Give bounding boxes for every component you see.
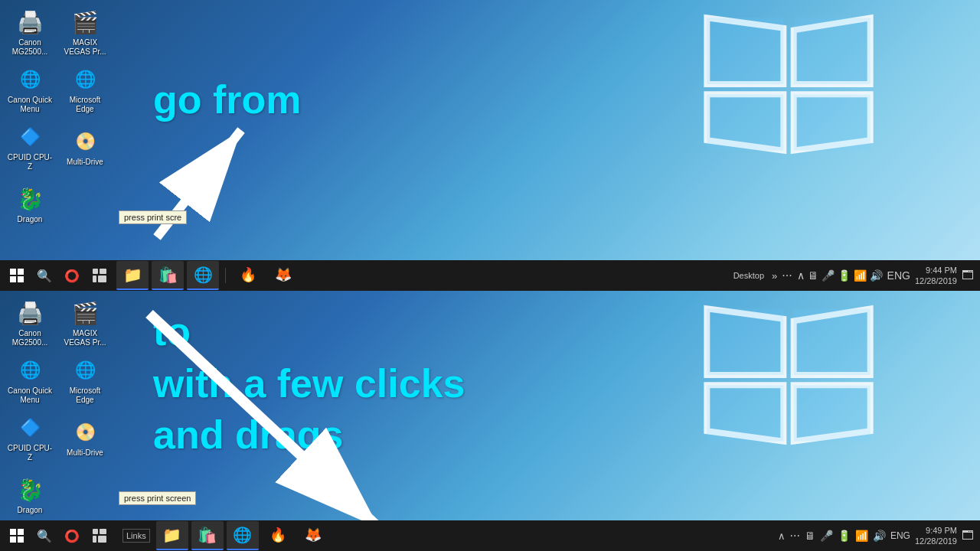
mic-icon-mid[interactable]: 🎤 (822, 269, 835, 282)
icon-magix-bottom[interactable]: 🎬 MAGIX VEGAS Pr... (59, 295, 111, 352)
wifi-icon-mid[interactable]: 📶 (854, 269, 867, 282)
svg-rect-5 (794, 18, 871, 84)
icon-cpuid-top[interactable]: 🔷 CPUID CPU-Z (4, 119, 56, 176)
icon-dragon-bottom[interactable]: 🐉 Dragon (4, 467, 56, 524)
icon-nox-top[interactable]: 📀 Multi-Drive (59, 119, 111, 176)
chevron-up-mid[interactable]: ∧ (797, 269, 805, 282)
sys-icons-mid: ∧ 🖥 🎤 🔋 📶 🔊 (797, 269, 883, 282)
svg-rect-10 (10, 269, 16, 275)
windows-logo-top (681, 8, 896, 161)
volume-icon-mid[interactable]: 🔊 (870, 269, 883, 282)
windows-logo-bottom (681, 298, 896, 452)
tooltip-print-screen-top: press print scre (119, 210, 187, 224)
taskbar-bottom: 🔍 ⭕ Links 📁 (0, 520, 980, 551)
svg-rect-28 (10, 529, 16, 535)
icon-canon-quick-bottom[interactable]: 🌐 Canon Quick Menu (4, 352, 56, 409)
svg-rect-4 (707, 18, 783, 84)
cortana-button-mid[interactable]: ⭕ (61, 265, 83, 286)
battery-icon-mid[interactable]: 🔋 (838, 269, 851, 282)
svg-rect-15 (100, 269, 106, 274)
taskbar-app-flame-mid[interactable]: 🦊 (267, 261, 299, 290)
network-icon-bottom[interactable]: 🖥 (805, 530, 815, 542)
network-icon-mid[interactable]: 🖥 (808, 269, 818, 282)
taskbar-app-flame-bottom[interactable]: 🦊 (297, 521, 329, 550)
icon-canon-quick-top[interactable]: 🌐 Canon Quick Menu (4, 61, 56, 119)
taskbar-middle-left: 🔍 ⭕ (6, 265, 110, 286)
svg-rect-7 (794, 94, 871, 150)
action-center-mid[interactable]: 🗔 (962, 269, 974, 282)
icon-canon-mg-top[interactable]: 🖨️ Canon MG2500... (4, 4, 56, 61)
icon-dragon-top[interactable]: 🐉 Dragon (4, 176, 56, 233)
divider-mid (225, 268, 226, 283)
tooltip-print-screen-bottom: press print screen (119, 491, 196, 505)
arrow-top (119, 107, 272, 260)
lang-bottom: ENG (890, 530, 910, 541)
mic-icon-bottom[interactable]: 🎤 (820, 530, 833, 542)
wifi-icon-bottom[interactable]: 📶 (855, 530, 868, 542)
svg-rect-31 (18, 536, 24, 543)
svg-rect-23 (794, 308, 871, 375)
icon-canon-mg-bottom[interactable]: 🖨️ Canon MG2500... (4, 295, 56, 352)
taskbar-middle-apps: 📁 🛍️ 🌐 🔥 🦊 (116, 261, 299, 290)
more-icon-bottom[interactable]: ··· (790, 529, 800, 543)
search-button-mid[interactable]: 🔍 (34, 265, 55, 286)
icon-nox-bottom[interactable]: 📀 Multi-Drive (59, 409, 111, 467)
chevron-up-bottom[interactable]: ∧ (778, 530, 786, 542)
search-button-bottom[interactable]: 🔍 (34, 525, 55, 546)
svg-rect-17 (98, 276, 106, 282)
svg-rect-24 (707, 385, 783, 441)
taskbar-app-store-mid[interactable]: 🛍️ (152, 261, 184, 290)
taskbar-app-edge-bottom[interactable]: 🌐 (227, 521, 259, 550)
cortana-button-bottom[interactable]: ⭕ (61, 525, 83, 546)
taskbar-app-folder-bottom[interactable]: 📁 (156, 521, 188, 550)
svg-rect-13 (18, 276, 24, 282)
desktop-icons-bottom: 🖨️ Canon MG2500... 🎬 MAGIX VEGAS Pr... 🌐… (0, 291, 122, 543)
taskbar-middle: 🔍 ⭕ 📁 🛍️ 🌐 (0, 260, 980, 291)
volume-icon-bottom[interactable]: 🔊 (873, 530, 886, 542)
start-button-bottom[interactable] (6, 525, 28, 546)
taskbar-app-store-bottom[interactable]: 🛍️ (191, 521, 224, 550)
main-container: 🖨️ Canon MG2500... 🎬 MAGIX VEGAS Pr... 🌐… (0, 0, 980, 551)
task-view-mid[interactable] (89, 265, 110, 286)
svg-rect-29 (18, 529, 24, 535)
svg-rect-34 (93, 536, 96, 543)
more-icon-mid[interactable]: ··· (782, 269, 792, 282)
arrow-bottom (119, 298, 425, 551)
icon-edge-bottom[interactable]: 🌐 Microsoft Edge (59, 352, 111, 409)
task-view-bottom[interactable] (89, 525, 110, 546)
clock-bottom: 9:49 PM 12/28/2019 (915, 525, 957, 547)
desktop-icons-top: 🖨️ Canon MG2500... 🎬 MAGIX VEGAS Pr... 🌐… (0, 0, 122, 253)
links-label-bottom: Links (122, 529, 150, 543)
taskbar-middle-right: Desktop » ··· ∧ 🖥 🎤 🔋 📶 🔊 ENG 9:44 PM 12… (730, 265, 974, 287)
lang-mid: ENG (887, 269, 910, 282)
svg-rect-11 (18, 269, 24, 275)
taskbar-bottom-right: ∧ ··· 🖥 🎤 🔋 📶 🔊 ENG 9:49 PM 12/28/2019 🗔 (778, 525, 974, 547)
taskbar-app-folder-mid[interactable]: 📁 (116, 261, 149, 290)
action-center-bottom[interactable]: 🗔 (962, 529, 974, 543)
clock-mid: 9:44 PM 12/28/2019 (915, 265, 957, 287)
svg-rect-35 (98, 536, 106, 543)
bottom-desktop: 🖨️ Canon MG2500... 🎬 MAGIX VEGAS Pr... 🌐… (0, 291, 980, 551)
svg-rect-12 (10, 276, 16, 282)
top-desktop: 🖨️ Canon MG2500... 🎬 MAGIX VEGAS Pr... 🌐… (0, 0, 980, 260)
battery-icon-bottom[interactable]: 🔋 (838, 530, 851, 542)
svg-rect-30 (10, 536, 16, 543)
desktop-label-mid[interactable]: Desktop (730, 269, 767, 282)
taskbar-app-edge-mid[interactable]: 🌐 (187, 261, 219, 290)
icon-cpuid-bottom[interactable]: 🔷 CPUID CPU-Z (4, 409, 56, 467)
taskbar-app-waterfox-mid[interactable]: 🔥 (232, 261, 264, 290)
svg-rect-32 (93, 529, 98, 534)
icon-magix-top[interactable]: 🎬 MAGIX VEGAS Pr... (59, 4, 111, 61)
svg-rect-33 (100, 529, 106, 534)
svg-rect-25 (794, 385, 871, 441)
svg-rect-6 (707, 94, 783, 150)
svg-rect-22 (707, 308, 783, 375)
taskbar-bottom-left: 🔍 ⭕ Links (6, 525, 150, 546)
svg-rect-14 (93, 269, 98, 274)
taskbar-app-waterfox-bottom[interactable]: 🔥 (262, 521, 294, 550)
svg-rect-16 (93, 276, 96, 282)
taskbar-bottom-apps: 📁 🛍️ 🌐 🔥 🦊 (156, 521, 329, 550)
icon-edge-top[interactable]: 🌐 Microsoft Edge (59, 61, 111, 119)
start-button-mid[interactable] (6, 265, 28, 286)
